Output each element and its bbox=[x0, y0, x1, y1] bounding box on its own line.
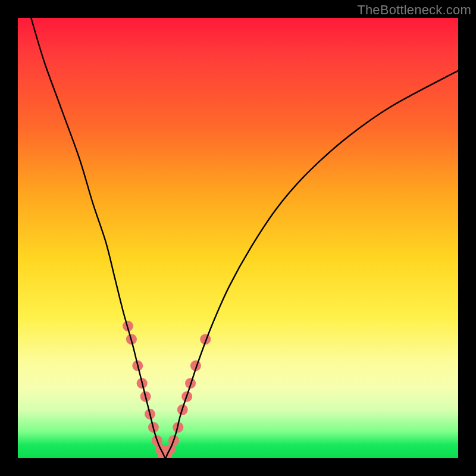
bottleneck-curve-path bbox=[31, 18, 458, 458]
chart-stage: TheBottleneck.com bbox=[0, 0, 476, 476]
watermark-text: TheBottleneck.com bbox=[357, 2, 471, 18]
marker-group bbox=[123, 321, 211, 458]
chart-overlay bbox=[18, 18, 458, 458]
